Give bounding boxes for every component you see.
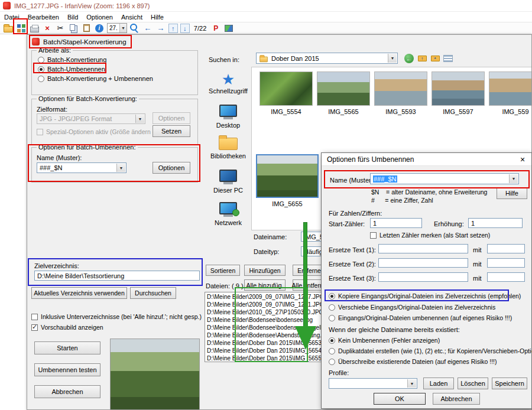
- zoom-level-field[interactable]: 27. ▼: [107, 23, 127, 33]
- properties-icon[interactable]: P: [210, 23, 221, 34]
- menu-datei[interactable]: Datei: [0, 13, 24, 21]
- radio-circle[interactable]: [329, 304, 335, 311]
- open-folder-icon[interactable]: [3, 23, 14, 34]
- help-button[interactable]: Hilfe: [497, 187, 527, 199]
- rename-name-combo[interactable]: ###_$N ▼: [370, 173, 519, 184]
- radio-copy-originals[interactable]: Kopiere Eingangs/Original-Dateien ins Zi…: [329, 292, 521, 300]
- radio-circle[interactable]: [38, 66, 44, 73]
- copy-icon[interactable]: [68, 23, 79, 34]
- sort-button[interactable]: Sortieren: [206, 265, 240, 276]
- start-counter-field[interactable]: 1: [370, 218, 422, 228]
- menu-optionen[interactable]: Optionen: [82, 13, 117, 21]
- thumbnail-img-5565[interactable]: IMG_5565: [316, 71, 371, 115]
- paste-icon[interactable]: [81, 23, 92, 34]
- save-profile-button[interactable]: Speichern: [492, 378, 527, 389]
- radio-circle[interactable]: [329, 337, 335, 344]
- radio-circle[interactable]: [38, 76, 44, 82]
- use-current-dir-button[interactable]: Aktuelles Verzeichnis verwenden: [31, 287, 127, 299]
- load-profile-button[interactable]: Laden: [423, 378, 454, 389]
- radio-circle[interactable]: [329, 315, 335, 321]
- menu-hilfe[interactable]: Hilfe: [147, 13, 168, 21]
- ok-button[interactable]: OK: [374, 393, 426, 405]
- checkbox-box[interactable]: [370, 232, 377, 239]
- replace3-with-field[interactable]: [487, 272, 525, 282]
- exists-section-label: Wenn der gleiche Dateiname bereits exist…: [329, 326, 460, 333]
- look-in-combo[interactable]: Dober Dan 2015 ▼: [256, 53, 398, 64]
- zoom-dropdown-icon[interactable]: ▼: [119, 24, 126, 32]
- back-button-icon[interactable]: ←: [404, 53, 414, 64]
- close-icon[interactable]: ×: [514, 153, 531, 166]
- last-image-icon[interactable]: ↓: [180, 24, 190, 33]
- profile-dropdown-icon[interactable]: ▼: [407, 379, 416, 388]
- new-folder-icon[interactable]: *: [430, 53, 440, 64]
- add-all-button[interactable]: Alle hinzufüg.: [244, 279, 286, 291]
- radio-no-rename[interactable]: Kein Umbenennen (Fehler anzeigen): [329, 337, 440, 344]
- conv-options-group-label: Optionen für Batch-Konvertierung:: [37, 95, 139, 102]
- name-pattern-combo[interactable]: ###_$N ▼: [37, 162, 126, 173]
- previous-image-icon[interactable]: ←: [142, 23, 153, 34]
- replace1-field[interactable]: [378, 244, 468, 253]
- rename-name-dropdown-icon[interactable]: ▼: [509, 174, 518, 183]
- increment-field[interactable]: 1: [468, 218, 523, 228]
- name-pattern-dropdown-icon[interactable]: ▼: [116, 164, 125, 172]
- checkbox-box[interactable]: [31, 324, 38, 331]
- delete-profile-button[interactable]: Löschen: [458, 378, 488, 389]
- magnifier-icon[interactable]: [129, 23, 140, 34]
- info-icon[interactable]: i: [94, 23, 105, 34]
- radio-circle[interactable]: [329, 359, 335, 365]
- folder-up-icon[interactable]: ↑: [417, 53, 427, 64]
- replace3-field[interactable]: [378, 272, 468, 282]
- next-image-icon[interactable]: →: [155, 23, 166, 34]
- delete-icon[interactable]: ×: [42, 23, 53, 34]
- radio-circle[interactable]: [38, 57, 44, 63]
- radio-batch-konvertierung[interactable]: Batch-Konvertierung: [38, 56, 106, 63]
- palette-icon[interactable]: [223, 23, 234, 34]
- rename-cancel-button[interactable]: Abbrechen: [433, 393, 480, 405]
- irfanview-logo-icon: [3, 2, 11, 9]
- thumbnail-img-5554[interactable]: IMG_5554: [259, 71, 313, 115]
- test-rename-button[interactable]: Umbenennen testen: [34, 363, 100, 376]
- set-button[interactable]: Setzen: [153, 125, 190, 137]
- radio-move-originals[interactable]: Verschiebe Eingangs/Original-Dateien ins…: [329, 304, 495, 311]
- thumbnail-img-559x[interactable]: IMG_559: [488, 71, 532, 115]
- browse-button[interactable]: Durchsuchen: [130, 287, 176, 299]
- replace1-with-field[interactable]: [487, 244, 525, 253]
- replace2-with-field[interactable]: [487, 258, 525, 268]
- view-menu-icon[interactable]: [443, 53, 453, 64]
- place-desktop[interactable]: Desktop: [203, 105, 253, 129]
- radio-batch-umbenennen[interactable]: Batch-Umbenennen: [38, 66, 105, 73]
- start-button[interactable]: Starten: [34, 341, 100, 354]
- radio-overwrite[interactable]: Überschreibe existierende Dateien (auf e…: [329, 358, 497, 365]
- include-subdirs-checkbox[interactable]: Inklusive Unterverzeichnisse (bei 'Alle …: [31, 313, 202, 320]
- with-label: mit: [473, 246, 482, 253]
- remember-counter-checkbox[interactable]: Letzten Zähler merken (als Start setzen): [370, 232, 490, 239]
- place-netzwerk[interactable]: Netzwerk: [203, 202, 253, 226]
- radio-circle[interactable]: [329, 293, 335, 300]
- target-dir-field[interactable]: D:\Meine Bilder\Testsortierung: [34, 271, 200, 281]
- rename-options-button[interactable]: Optionen: [153, 162, 190, 174]
- thumbnail-img-5593[interactable]: IMG_5593: [374, 71, 428, 115]
- place-bibliotheken[interactable]: Bibliotheken: [203, 136, 253, 160]
- add-button[interactable]: Hinzufügen: [244, 265, 286, 276]
- cut-icon[interactable]: ✂: [55, 23, 66, 34]
- cancel-button[interactable]: Abbrechen: [34, 385, 100, 398]
- profile-combo[interactable]: ▼: [329, 378, 417, 389]
- thumbnails-batch-icon[interactable]: [16, 23, 27, 34]
- menu-ansicht[interactable]: Ansicht: [117, 13, 147, 21]
- look-in-dropdown-icon[interactable]: ▼: [388, 54, 397, 63]
- show-preview-checkbox[interactable]: Vorschaubild anzeigen: [31, 324, 103, 331]
- checkbox-box[interactable]: [31, 314, 38, 320]
- replace2-field[interactable]: [378, 258, 468, 268]
- thumbnail-img-5655-selected[interactable]: IMG_5655: [255, 154, 320, 207]
- radio-batch-konv-umbenennen[interactable]: Batch-Konvertierung + Umbenennen: [38, 75, 153, 82]
- radio-rename-originals[interactable]: Eingangs/Original-Dateien umbenennen (au…: [329, 314, 512, 321]
- thumbnail-img-5597[interactable]: IMG_5597: [431, 71, 485, 115]
- radio-duplicate[interactable]: Duplikatdatei erstellen (wie (1), (2) et…: [329, 347, 532, 354]
- radio-circle[interactable]: [329, 348, 335, 354]
- first-image-icon[interactable]: ↑: [168, 24, 178, 33]
- menu-bearbeiten[interactable]: Bearbeiten: [24, 13, 63, 21]
- menu-bild[interactable]: Bild: [63, 13, 82, 21]
- print-icon[interactable]: [29, 23, 40, 34]
- place-dieser-pc[interactable]: Dieser PC: [203, 170, 253, 194]
- place-schnellzugriff[interactable]: ★ Schnellzugriff: [203, 71, 253, 95]
